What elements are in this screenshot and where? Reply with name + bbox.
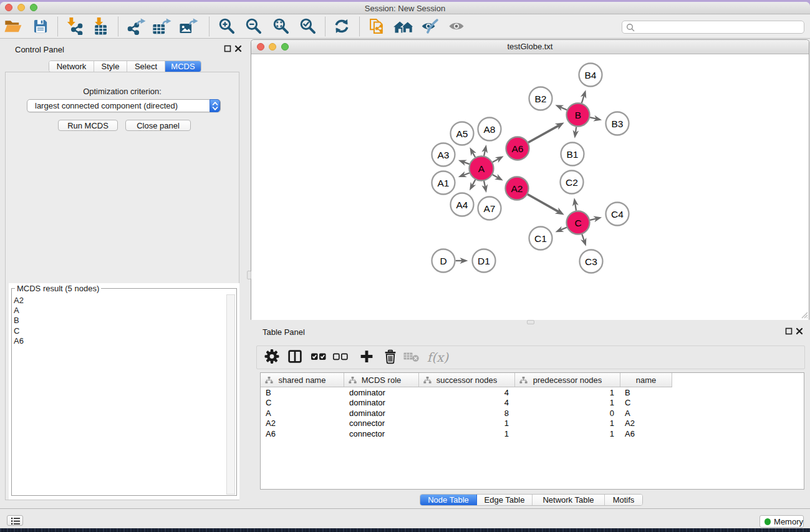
graph-node-A4[interactable]: A4: [451, 193, 474, 216]
graph-node-D[interactable]: D: [432, 249, 455, 273]
first-neighbors-icon[interactable]: [393, 18, 413, 34]
zoom-fit-icon[interactable]: [272, 17, 290, 35]
mcds-result-item[interactable]: C: [14, 326, 24, 336]
edge-C-C3[interactable]: [582, 234, 584, 241]
graph-node-C2[interactable]: C2: [561, 171, 584, 194]
import-network-icon[interactable]: [65, 17, 83, 35]
graph-node-A1[interactable]: A1: [432, 172, 455, 195]
table-row-A2[interactable]: A2connector11A2: [261, 418, 804, 428]
graph-node-A8[interactable]: A8: [478, 118, 501, 141]
column-header-MCDS-role[interactable]: MCDS role: [344, 373, 419, 387]
mcds-result-list[interactable]: A2ABCA6: [14, 296, 24, 346]
graph-node-B1[interactable]: B1: [561, 143, 584, 166]
zoom-in-icon[interactable]: [218, 17, 236, 35]
tab-node-table[interactable]: Node Table: [420, 495, 477, 505]
edge-C-C4[interactable]: [590, 219, 596, 220]
edge-A-A5[interactable]: [473, 152, 475, 157]
task-history-button[interactable]: [7, 515, 23, 526]
graph-node-B3[interactable]: B3: [606, 112, 629, 135]
import-table-icon[interactable]: [92, 17, 109, 35]
save-session-icon[interactable]: [32, 18, 49, 35]
close-table-panel-icon[interactable]: [796, 327, 803, 335]
tab-style[interactable]: Style: [94, 61, 127, 72]
network-canvas[interactable]: B4B2BB3A8A5A6B1A3AC2A1A2A4A7C4CC1C3DD1: [251, 55, 809, 320]
edge-A2-C[interactable]: [528, 195, 559, 212]
deselect-all-checkboxes-icon[interactable]: [332, 349, 349, 366]
select-all-checkboxes-icon[interactable]: [311, 349, 327, 366]
graph-node-C3[interactable]: C3: [580, 250, 603, 273]
edge-A-A3[interactable]: [464, 162, 470, 164]
edge-A-A7[interactable]: [484, 181, 485, 187]
table-row-C[interactable]: Cdominator41C: [261, 398, 804, 408]
function-builder-icon[interactable]: f(x): [427, 350, 448, 365]
edge-A-A4[interactable]: [472, 180, 475, 185]
edge-A6-B[interactable]: [528, 125, 559, 142]
table-row-A6[interactable]: A6connector11A6: [261, 429, 804, 439]
edge-A-A1[interactable]: [464, 173, 470, 175]
memory-indicator[interactable]: Memory: [759, 515, 804, 528]
graph-node-A7[interactable]: A7: [478, 197, 501, 220]
tab-edge-table[interactable]: Edge Table: [477, 495, 533, 505]
tab-network[interactable]: Network: [49, 61, 94, 72]
table-row-A[interactable]: Adominator80A: [261, 409, 804, 418]
column-header-shared-name[interactable]: shared name: [261, 373, 344, 387]
export-table-icon[interactable]: [153, 17, 172, 35]
tab-mcds[interactable]: MCDS: [165, 61, 201, 72]
search-input[interactable]: [636, 22, 801, 32]
graph-node-A6[interactable]: A6: [506, 137, 529, 160]
tab-select[interactable]: Select: [127, 61, 165, 72]
tab-motifs[interactable]: Motifs: [605, 495, 642, 505]
column-header-name[interactable]: name: [620, 373, 672, 387]
column-header-predecessor-nodes[interactable]: predecessor nodes: [515, 373, 620, 387]
mcds-result-item[interactable]: A: [14, 306, 24, 316]
table-row-B[interactable]: Bdominator41B: [261, 388, 804, 398]
zoom-selected-icon[interactable]: [299, 17, 317, 35]
float-panel-icon[interactable]: [224, 45, 231, 52]
edge-B-B4[interactable]: [582, 95, 584, 103]
mcds-result-item[interactable]: A6: [14, 336, 24, 346]
graph-node-C[interactable]: C: [567, 211, 590, 235]
graph-node-B4[interactable]: B4: [579, 64, 602, 87]
add-column-icon[interactable]: [359, 349, 375, 366]
graph-node-C4[interactable]: C4: [606, 203, 629, 226]
column-header-successor-nodes[interactable]: successor nodes: [419, 373, 515, 387]
graph-node-B[interactable]: B: [567, 104, 590, 127]
vertical-split-handle[interactable]: [247, 271, 251, 279]
export-image-icon[interactable]: [180, 17, 199, 35]
float-table-panel-icon[interactable]: [785, 327, 793, 335]
graph-node-D1[interactable]: D1: [473, 249, 496, 273]
mcds-result-item[interactable]: A2: [14, 296, 24, 306]
graph-node-B2[interactable]: B2: [529, 87, 552, 110]
clone-network-icon[interactable]: [368, 17, 385, 35]
edge-B-B2[interactable]: [561, 107, 567, 110]
edge-A-A2[interactable]: [493, 175, 498, 178]
graph-node-A[interactable]: A: [470, 157, 494, 181]
graph-node-A3[interactable]: A3: [432, 143, 455, 167]
resize-grip-icon[interactable]: [799, 310, 808, 319]
export-network-icon[interactable]: [127, 17, 147, 35]
mcds-list-scrollbar[interactable]: [226, 294, 235, 495]
criterion-select[interactable]: largest connected component (directed): [27, 99, 221, 112]
close-panel-icon[interactable]: [234, 45, 242, 52]
edge-B-B3[interactable]: [590, 117, 596, 118]
run-mcds-button[interactable]: Run MCDS: [58, 120, 118, 131]
edge-C-C2[interactable]: [575, 203, 576, 210]
hide-selected-icon[interactable]: [421, 18, 440, 34]
edge-C-C1[interactable]: [561, 228, 567, 230]
gear-icon[interactable]: [264, 349, 280, 366]
zoom-out-icon[interactable]: [245, 17, 263, 35]
horizontal-split-handle[interactable]: [527, 320, 534, 324]
open-file-icon[interactable]: [4, 18, 22, 34]
delete-column-icon[interactable]: [383, 349, 398, 366]
search-box[interactable]: [622, 21, 804, 34]
mcds-result-item[interactable]: B: [14, 316, 24, 326]
edge-A-A8[interactable]: [484, 150, 485, 156]
edge-A-A6[interactable]: [493, 159, 499, 162]
close-panel-button[interactable]: Close panel: [125, 120, 191, 131]
graph-node-C1[interactable]: C1: [529, 227, 552, 250]
split-columns-icon[interactable]: [287, 349, 303, 366]
refresh-icon[interactable]: [333, 17, 350, 35]
show-all-icon[interactable]: [447, 18, 466, 34]
graph-node-A5[interactable]: A5: [451, 122, 474, 145]
graph-node-A2[interactable]: A2: [506, 177, 529, 200]
